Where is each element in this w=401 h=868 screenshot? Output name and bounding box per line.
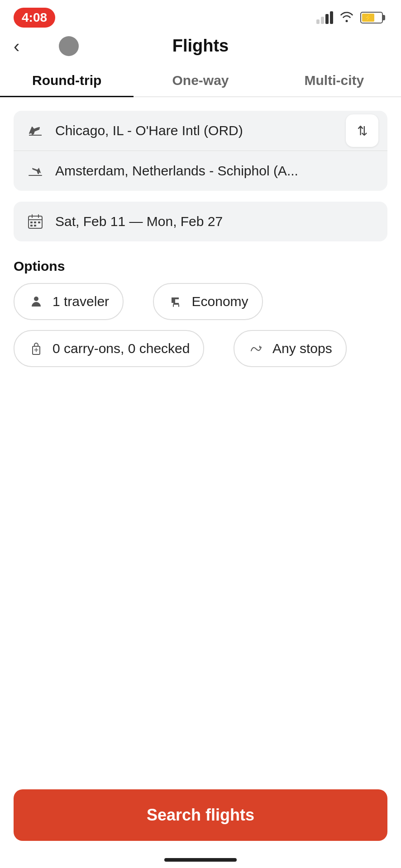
tab-multi-city[interactable]: Multi-city — [267, 65, 401, 96]
origin-text: Chicago, IL - O'Hare Intl (ORD) — [55, 123, 375, 138]
stops-text: Any stops — [272, 341, 332, 356]
baggage-button[interactable]: 0 carry-ons, 0 checked — [14, 330, 204, 367]
destination-row[interactable]: Amsterdam, Netherlands - Schiphol (A... — [14, 151, 387, 191]
stops-button[interactable]: Any stops — [234, 330, 347, 367]
cabin-class-button[interactable]: Economy — [153, 283, 263, 320]
stops-icon — [248, 342, 264, 355]
travelers-text: 1 traveler — [53, 294, 109, 309]
signal-icon — [316, 11, 333, 24]
header: ‹ Flights — [0, 32, 401, 65]
baggage-icon — [28, 342, 44, 355]
svg-rect-5 — [34, 225, 36, 226]
page-title: Flights — [172, 36, 229, 56]
destination-text: Amsterdam, Netherlands - Schiphol (A... — [55, 163, 375, 179]
wifi-icon — [339, 10, 354, 26]
dates-card[interactable]: Sat, Feb 11 — Mon, Feb 27 — [14, 202, 387, 241]
svg-rect-1 — [30, 222, 33, 223]
travelers-button[interactable]: 1 traveler — [14, 283, 124, 320]
baggage-text: 0 carry-ons, 0 checked — [53, 341, 190, 356]
dates-text: Sat, Feb 11 — Mon, Feb 27 — [55, 214, 375, 229]
options-section: Options 1 traveler Economy — [0, 252, 401, 377]
flight-route-card: Chicago, IL - O'Hare Intl (ORD) ⇅ Amster… — [14, 111, 387, 191]
calendar-icon — [26, 213, 44, 230]
status-time: 4:08 — [14, 8, 55, 28]
options-title: Options — [0, 252, 401, 283]
status-bar: 4:08 ⚡ — [0, 0, 401, 32]
search-flights-button[interactable]: Search flights — [14, 789, 387, 841]
trip-type-tabs: Round-trip One-way Multi-city — [0, 65, 401, 97]
svg-rect-2 — [34, 222, 36, 223]
origin-row[interactable]: Chicago, IL - O'Hare Intl (ORD) ⇅ — [14, 111, 387, 151]
takeoff-icon — [26, 123, 44, 139]
landing-icon — [26, 163, 44, 179]
avatar — [59, 36, 79, 56]
battery-icon: ⚡ — [360, 12, 383, 24]
cabin-class-text: Economy — [192, 294, 248, 309]
tab-one-way[interactable]: One-way — [134, 65, 267, 96]
home-indicator — [164, 858, 237, 862]
svg-rect-3 — [38, 222, 40, 223]
svg-point-6 — [34, 297, 38, 301]
back-button[interactable]: ‹ — [14, 37, 19, 55]
status-icons: ⚡ — [316, 10, 383, 26]
svg-rect-4 — [30, 225, 33, 226]
person-icon — [28, 295, 44, 308]
swap-button[interactable]: ⇅ — [346, 114, 378, 147]
dates-row[interactable]: Sat, Feb 11 — Mon, Feb 27 — [14, 202, 387, 241]
seat-icon — [167, 295, 184, 308]
tab-round-trip[interactable]: Round-trip — [0, 65, 134, 96]
